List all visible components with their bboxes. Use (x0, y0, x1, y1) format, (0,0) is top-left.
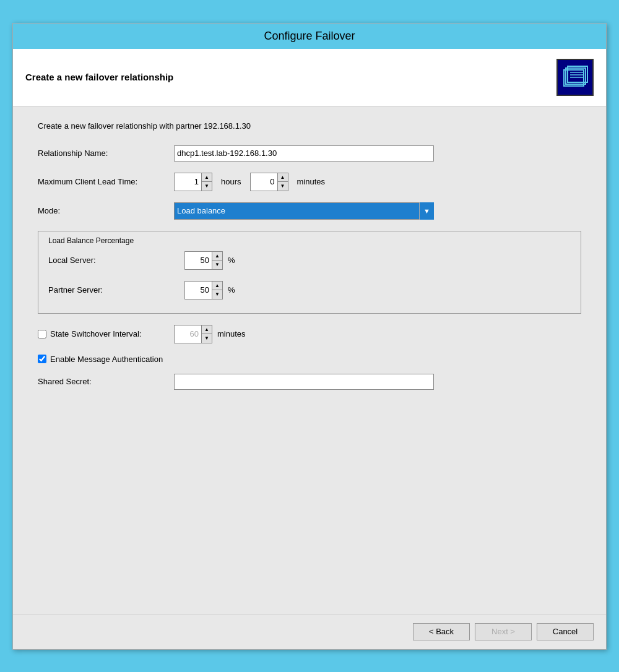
local-server-down-button[interactable]: ▼ (212, 261, 222, 269)
header-icon (556, 59, 594, 96)
minutes-down-button[interactable]: ▼ (278, 182, 288, 191)
dialog-title: Configure Failover (264, 30, 355, 42)
relationship-name-row: Relationship Name: (38, 145, 581, 162)
state-switchover-up-button[interactable]: ▲ (202, 325, 212, 335)
partner-server-spinner[interactable]: ▲ ▼ (184, 281, 223, 299)
state-switchover-left: State Switchover Interval: (38, 329, 174, 338)
state-switchover-spinner[interactable]: ▲ ▼ (174, 325, 212, 343)
footer: < Back Next > Cancel (13, 614, 606, 649)
max-client-lead-time-row: Maximum Client Lead Time: ▲ ▼ hours ▲ ▼ (38, 173, 581, 191)
enable-auth-row: Enable Message Authentication (38, 355, 581, 364)
state-switchover-unit: minutes (217, 329, 246, 338)
mode-label: Mode: (38, 206, 174, 215)
header-section: Create a new failover relationship (13, 49, 606, 106)
partner-server-down-button[interactable]: ▼ (212, 290, 222, 299)
state-switchover-row: State Switchover Interval: ▲ ▼ minutes (38, 325, 581, 343)
partner-server-up-button[interactable]: ▲ (212, 282, 222, 291)
local-server-label: Local Server: (48, 256, 184, 265)
minutes-input[interactable] (251, 173, 278, 191)
load-balance-group: Load Balance Percentage Local Server: ▲ … (38, 231, 581, 314)
relationship-name-input[interactable] (174, 145, 434, 162)
minutes-up-button[interactable]: ▲ (278, 173, 288, 183)
partner-server-input[interactable] (185, 282, 212, 299)
mode-select-wrapper[interactable]: Load balance Hot standby ▼ (174, 202, 434, 220)
partner-server-controls: ▲ ▼ % (184, 281, 235, 299)
pages-icon (560, 62, 590, 92)
state-switchover-arrows: ▲ ▼ (202, 325, 212, 343)
partner-server-unit: % (228, 285, 235, 295)
hours-input[interactable] (175, 173, 202, 191)
hours-label: hours (221, 177, 241, 186)
partner-server-arrows: ▲ ▼ (212, 282, 222, 299)
hours-arrows: ▲ ▼ (202, 173, 212, 191)
state-switchover-controls: ▲ ▼ minutes (174, 325, 246, 343)
state-switchover-checkbox[interactable] (38, 330, 46, 338)
cancel-button[interactable]: Cancel (537, 623, 594, 640)
relationship-name-label: Relationship Name: (38, 149, 174, 158)
shared-secret-row: Shared Secret: (38, 374, 581, 390)
local-server-row: Local Server: ▲ ▼ % (48, 251, 571, 270)
header-title: Create a new failover relationship (25, 72, 173, 82)
minutes-spinner[interactable]: ▲ ▼ (250, 173, 288, 191)
hours-down-button[interactable]: ▼ (202, 182, 212, 191)
hours-spinner[interactable]: ▲ ▼ (174, 173, 212, 191)
local-server-input[interactable] (185, 252, 212, 269)
state-switchover-down-button[interactable]: ▼ (202, 334, 212, 343)
max-client-lead-time-label: Maximum Client Lead Time: (38, 177, 174, 186)
partner-server-label: Partner Server: (48, 285, 184, 295)
partner-server-row: Partner Server: ▲ ▼ % (48, 281, 571, 299)
description-text: Create a new failover relationship with … (38, 121, 581, 131)
dialog-container: Configure Failover Create a new failover… (12, 23, 607, 650)
load-balance-legend: Load Balance Percentage (48, 236, 571, 245)
enable-auth-label: Enable Message Authentication (50, 355, 163, 364)
hours-up-button[interactable]: ▲ (202, 173, 212, 183)
local-server-unit: % (228, 256, 235, 265)
shared-secret-input[interactable] (174, 374, 434, 390)
state-switchover-label: State Switchover Interval: (50, 329, 141, 338)
lead-time-controls: ▲ ▼ hours ▲ ▼ minutes (174, 173, 329, 191)
back-button[interactable]: < Back (413, 623, 470, 640)
title-bar: Configure Failover (13, 24, 606, 49)
local-server-controls: ▲ ▼ % (184, 251, 235, 270)
shared-secret-label: Shared Secret: (38, 377, 174, 386)
mode-select[interactable]: Load balance Hot standby (174, 202, 434, 220)
local-server-arrows: ▲ ▼ (212, 252, 222, 269)
minutes-arrows: ▲ ▼ (278, 173, 288, 191)
content-area: Create a new failover relationship with … (13, 106, 606, 614)
state-switchover-input[interactable] (175, 325, 202, 343)
local-server-up-button[interactable]: ▲ (212, 252, 222, 261)
minutes-label: minutes (297, 177, 326, 186)
local-server-spinner[interactable]: ▲ ▼ (184, 251, 223, 270)
next-button[interactable]: Next > (475, 623, 532, 640)
enable-auth-checkbox[interactable] (38, 355, 46, 363)
mode-row: Mode: Load balance Hot standby ▼ (38, 202, 581, 220)
